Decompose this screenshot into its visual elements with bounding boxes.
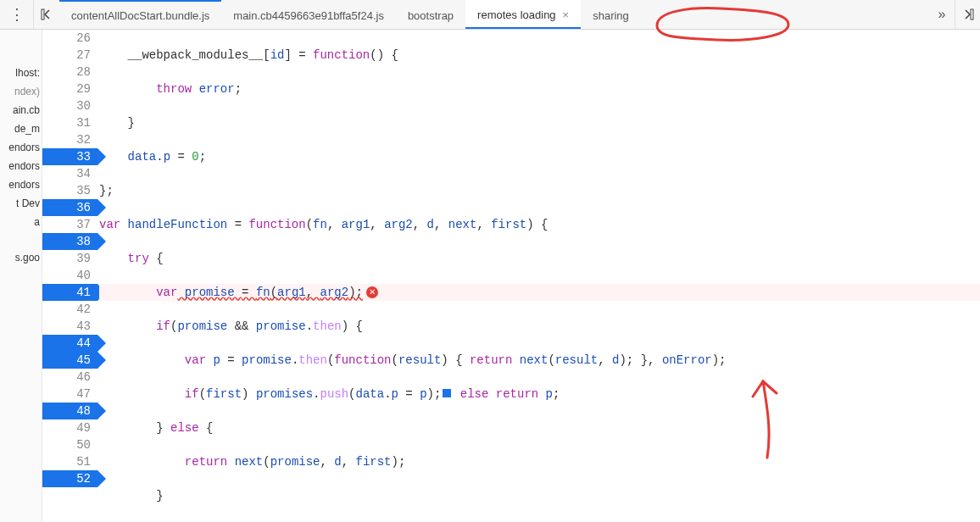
- nav-prev-icon[interactable]: [34, 0, 59, 29]
- code-line: } else {: [99, 419, 980, 436]
- code-editor[interactable]: 26 27 28 29 30 31 32 33 34 35 36 37 38 3…: [42, 30, 980, 522]
- svg-rect-0: [42, 9, 44, 19]
- line-number[interactable]: 26: [42, 30, 97, 47]
- error-icon[interactable]: ✕: [366, 286, 378, 298]
- kebab-menu-icon[interactable]: ⋮: [0, 0, 34, 29]
- line-number[interactable]: 46: [42, 369, 97, 386]
- code-line: if(first) promises.push(data.p = p); els…: [99, 386, 980, 403]
- line-number[interactable]: 33: [42, 148, 97, 165]
- tab-content-bundle[interactable]: contentAllDocStart.bundle.js: [59, 0, 221, 29]
- tab-main-js[interactable]: main.cb4459663e91bffa5f24.js: [221, 0, 396, 29]
- line-number[interactable]: 35: [42, 182, 97, 199]
- close-icon[interactable]: ×: [563, 8, 570, 21]
- tab-bootstrap[interactable]: bootstrap: [396, 0, 465, 29]
- line-number[interactable]: 32: [42, 131, 97, 148]
- line-number[interactable]: 31: [42, 114, 97, 131]
- code-line: return next(promise, d, first);: [99, 453, 980, 470]
- sidebar-item[interactable]: de_m: [0, 119, 42, 138]
- sidebar-item[interactable]: t Dev: [0, 194, 42, 213]
- sidebar-file-tree: lhost: ndex) ain.cb de_m endors endors e…: [0, 30, 42, 522]
- code-line: }: [99, 114, 980, 131]
- line-number[interactable]: 39: [42, 250, 97, 267]
- line-number[interactable]: 52: [42, 470, 97, 487]
- tab-label: bootstrap: [408, 9, 454, 22]
- line-number[interactable]: 27: [42, 47, 97, 64]
- code-line: data.p = 0;: [99, 148, 980, 165]
- line-number[interactable]: 36: [42, 199, 97, 216]
- tab-label: main.cb4459663e91bffa5f24.js: [233, 9, 384, 22]
- code-line: __webpack_modules__[id] = function() {: [99, 47, 980, 64]
- sidebar-item[interactable]: s.goo: [0, 248, 42, 267]
- nav-next-icon[interactable]: [955, 0, 980, 29]
- tab-sharing[interactable]: sharing: [581, 0, 641, 29]
- line-number[interactable]: 42: [42, 301, 97, 318]
- breakpoint-indicator-icon[interactable]: [443, 389, 451, 397]
- sidebar-item[interactable]: ndex): [0, 82, 42, 101]
- tab-label: sharing: [593, 9, 629, 22]
- line-number[interactable]: 48: [42, 403, 97, 419]
- line-number[interactable]: 49: [42, 419, 97, 436]
- line-number[interactable]: 28: [42, 64, 97, 81]
- line-number[interactable]: 40: [42, 267, 97, 284]
- line-number[interactable]: 51: [42, 453, 97, 470]
- tab-bar: contentAllDocStart.bundle.js main.cb4459…: [59, 0, 929, 29]
- code-line: throw error;: [99, 81, 980, 97]
- line-number[interactable]: 30: [42, 97, 97, 114]
- line-number[interactable]: 47: [42, 386, 97, 403]
- tab-label: remotes loading: [477, 8, 556, 21]
- sidebar-item[interactable]: lhost:: [0, 64, 42, 82]
- code-line: try {: [99, 250, 980, 267]
- code-line: };: [99, 182, 980, 199]
- sidebar-item[interactable]: endors: [0, 138, 42, 157]
- code-content[interactable]: __webpack_modules__[id] = function() { t…: [97, 30, 980, 522]
- sidebar-item[interactable]: a: [0, 213, 42, 231]
- overflow-icon[interactable]: »: [929, 0, 955, 29]
- line-number-gutter: 26 27 28 29 30 31 32 33 34 35 36 37 38 3…: [42, 30, 97, 522]
- code-line-error: var promise = fn(arg1, arg2);✕: [99, 284, 980, 301]
- line-number[interactable]: 37: [42, 216, 97, 233]
- code-line: if(promise && promise.then) {: [99, 318, 980, 335]
- main-area: lhost: ndex) ain.cb de_m endors endors e…: [0, 30, 980, 522]
- line-number[interactable]: 34: [42, 165, 97, 182]
- line-number[interactable]: 38: [42, 233, 97, 250]
- line-number[interactable]: 45: [42, 352, 97, 369]
- line-number[interactable]: 43: [42, 318, 97, 335]
- code-line: var handleFunction = function(fn, arg1, …: [99, 216, 980, 233]
- line-number[interactable]: 41: [42, 284, 97, 301]
- sidebar-item[interactable]: endors: [0, 175, 42, 194]
- line-number[interactable]: 44: [42, 335, 97, 352]
- tab-remotes-loading[interactable]: remotes loading×: [465, 0, 581, 29]
- tab-label: contentAllDocStart.bundle.js: [71, 9, 209, 22]
- sidebar-item[interactable]: ain.cb: [0, 101, 42, 119]
- line-number[interactable]: 50: [42, 436, 97, 453]
- sidebar-item[interactable]: endors: [0, 157, 42, 175]
- line-number[interactable]: 29: [42, 81, 97, 97]
- top-toolbar: ⋮ contentAllDocStart.bundle.js main.cb44…: [0, 0, 980, 30]
- svg-rect-1: [971, 9, 973, 19]
- code-line: }: [99, 487, 980, 504]
- code-line: var p = promise.then(function(result) { …: [99, 352, 980, 369]
